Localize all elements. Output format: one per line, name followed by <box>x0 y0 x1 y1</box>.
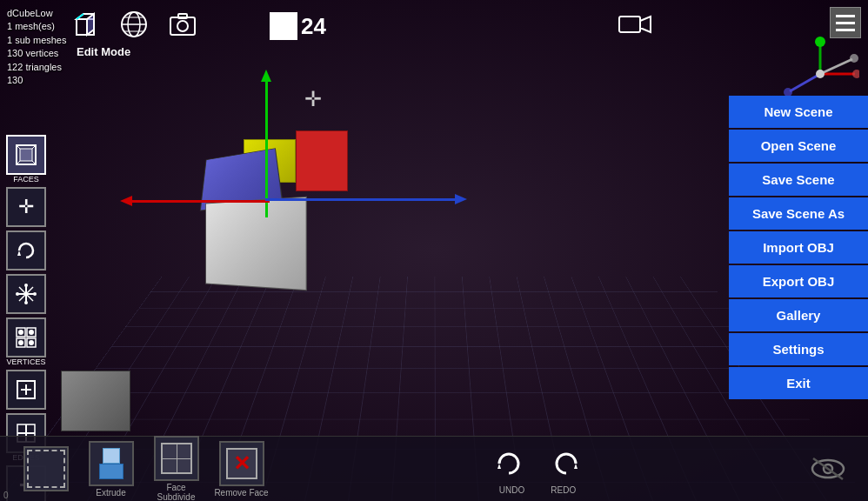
svg-marker-52 <box>497 464 501 469</box>
svg-point-1 <box>815 37 825 47</box>
hamburger-menu-button[interactable] <box>830 7 861 38</box>
vertices-count: 130 vertices <box>7 47 66 60</box>
extrude-shape <box>99 448 124 479</box>
svg-marker-29 <box>17 250 21 256</box>
exit-button[interactable]: Exit <box>729 367 868 399</box>
svg-point-19 <box>177 21 188 31</box>
undo-button[interactable] <box>489 444 529 484</box>
remove-face-label: Remove Face <box>214 488 268 498</box>
mesh-count: 1 mesh(es) <box>7 20 66 33</box>
vertices-icon <box>6 317 46 357</box>
face-subdivide-icon <box>154 436 199 481</box>
cube-icon-button[interactable] <box>70 9 101 40</box>
new-scene-button[interactable]: New Scene <box>729 96 868 128</box>
remove-face-icon: ✕ <box>219 441 264 486</box>
svg-point-35 <box>33 292 37 296</box>
select-icon <box>23 446 69 491</box>
axis-red <box>130 200 270 203</box>
remove-face-tool[interactable]: ✕ Remove Face <box>213 441 270 498</box>
import-obj-button[interactable]: Import OBJ <box>729 231 868 264</box>
faces-icon <box>6 135 46 175</box>
add-object-tool[interactable] <box>3 370 49 410</box>
svg-point-7 <box>850 54 858 63</box>
svg-point-44 <box>18 340 23 345</box>
svg-point-45 <box>29 340 34 345</box>
frame-counter: 24 <box>270 12 326 40</box>
bottom-toolbar: Extrude FaceSubdivide ✕ Remove Face <box>0 436 868 501</box>
top-toolbar <box>70 9 198 40</box>
svg-marker-53 <box>574 464 578 469</box>
faces-tool[interactable]: FACES <box>3 135 49 184</box>
screenshot-icon-button[interactable] <box>167 9 198 40</box>
settings-button[interactable]: Settings <box>729 333 868 365</box>
video-camera-icon[interactable] <box>618 12 652 42</box>
frame-number: 24 <box>301 13 326 40</box>
svg-point-42 <box>18 330 23 335</box>
svg-point-8 <box>816 70 825 78</box>
redo-button[interactable] <box>546 444 586 484</box>
redo-label: REDO <box>551 485 576 495</box>
svg-point-36 <box>24 284 28 287</box>
save-scene-as-button[interactable]: Save Scene As <box>729 197 868 230</box>
vertices-tool[interactable]: VERTICES <box>3 317 49 366</box>
scale-icon <box>6 274 46 314</box>
object-area <box>130 130 391 374</box>
status-bar: 0 <box>0 490 12 501</box>
extrude-icon <box>89 441 134 486</box>
svg-point-34 <box>16 292 19 296</box>
extrude-tool[interactable]: Extrude <box>83 441 139 498</box>
eye-toggle-button[interactable] <box>805 446 851 491</box>
axis-green <box>265 78 268 217</box>
right-menu-panel: New Scene Open Scene Save Scene Save Sce… <box>729 96 868 399</box>
undo-redo-icons <box>489 444 586 484</box>
frame-box <box>270 12 297 40</box>
extrude-base <box>99 464 124 479</box>
svg-line-6 <box>820 59 852 74</box>
scale-tool[interactable] <box>3 274 49 314</box>
object-name: dCubeLow <box>7 7 66 20</box>
move-arrows: ✛ <box>304 87 339 122</box>
add-object-icon <box>6 370 46 410</box>
move-cross-icon: ✛ <box>304 87 322 110</box>
cube-main <box>205 197 307 291</box>
svg-rect-24 <box>20 149 32 161</box>
ham-line-1 <box>836 15 855 17</box>
save-scene-button[interactable]: Save Scene <box>729 164 868 196</box>
svg-point-37 <box>24 301 28 304</box>
info-panel: dCubeLow 1 mesh(es) 1 sub meshes 130 ver… <box>7 7 66 87</box>
ham-line-3 <box>836 29 855 31</box>
vertices-label: VERTICES <box>7 357 46 366</box>
dashed-select-box <box>27 450 65 488</box>
face-subdivide-label: FaceSubdivide <box>157 483 196 501</box>
svg-rect-20 <box>178 14 187 18</box>
move-tool[interactable]: ✛ <box>3 187 49 227</box>
rotate-tool[interactable] <box>3 230 49 271</box>
sub-mesh: 1 sub meshes <box>7 34 66 47</box>
x-mark-icon: ✕ <box>233 453 250 474</box>
export-obj-button[interactable]: Export OBJ <box>729 265 868 297</box>
ham-line-2 <box>836 22 855 24</box>
small-cube <box>61 371 130 431</box>
face-subdivide-tool[interactable]: FaceSubdivide <box>148 436 204 501</box>
extrude-label: Extrude <box>96 488 125 498</box>
move-icon: ✛ <box>6 187 46 227</box>
cube-accent <box>296 130 348 191</box>
faces-label: FACES <box>13 175 39 184</box>
svg-point-43 <box>29 330 34 335</box>
select-tool[interactable] <box>17 446 74 491</box>
svg-marker-11 <box>87 14 94 35</box>
gallery-button[interactable]: Gallery <box>729 299 868 331</box>
bottom-left-tools: Extrude FaceSubdivide ✕ Remove Face <box>17 436 270 501</box>
globe-icon-button[interactable] <box>118 9 150 40</box>
svg-rect-21 <box>619 17 640 32</box>
axis-blue <box>265 198 457 201</box>
extra-number: 130 <box>7 74 66 87</box>
extrude-top <box>103 448 120 464</box>
svg-line-4 <box>790 74 820 91</box>
open-scene-button[interactable]: Open Scene <box>729 130 868 162</box>
undo-label: UNDO <box>499 485 524 495</box>
undo-redo-group: UNDO REDO <box>489 444 586 495</box>
edit-mode-label: Edit Mode <box>77 45 130 58</box>
rotate-icon <box>6 230 46 271</box>
removeface-shape: ✕ <box>226 448 257 479</box>
